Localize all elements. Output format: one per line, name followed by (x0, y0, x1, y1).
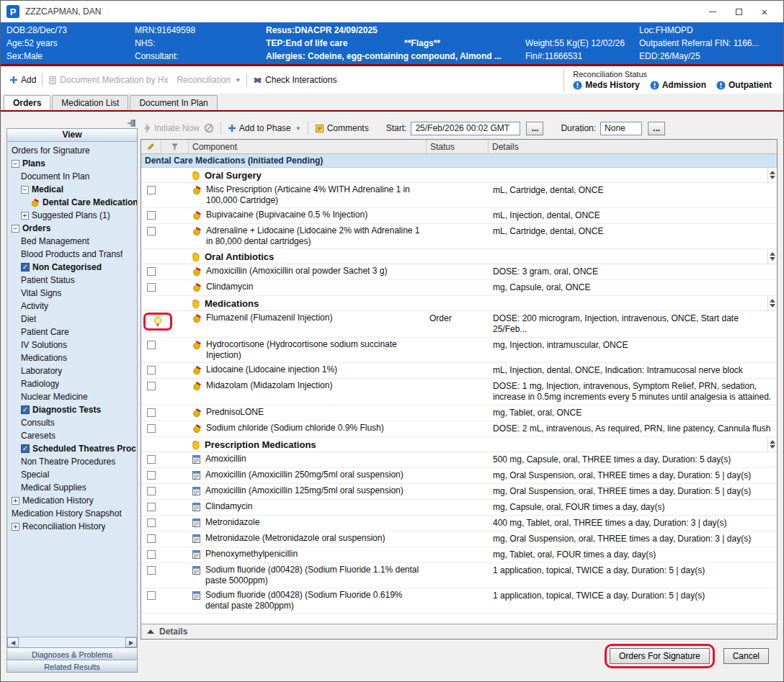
status-column-header[interactable]: Status (427, 140, 489, 153)
orders-for-signature-button[interactable]: Orders For Signature (610, 648, 710, 664)
order-row-clindamycin[interactable]: Clindamycinmg, Capsule, oral, ONCE (141, 280, 777, 296)
details-column-header[interactable]: Details (489, 140, 777, 153)
close-icon[interactable]: × (752, 2, 778, 21)
order-checkbox[interactable] (147, 591, 156, 600)
order-row-lidocaine-lidocaine-injection-1[interactable]: Lidocaine (Lidocaine injection 1%)mL, In… (141, 363, 777, 379)
order-row-bupivacaine-bupivacaine-0-5-injection[interactable]: Bupivacaine (Bupivacaine 0.5 % Injection… (141, 208, 777, 224)
tree-item-radiology[interactable]: Radiology (9, 377, 137, 390)
tree-item-document-in-plan[interactable]: Document In Plan (9, 170, 137, 183)
order-checkbox[interactable] (147, 550, 156, 559)
tree-item-patient-care[interactable]: Patient Care (9, 326, 137, 338)
collapse-icon[interactable]: − (21, 186, 29, 194)
order-checkbox[interactable] (147, 366, 156, 374)
group-scroll-arrows[interactable] (767, 296, 777, 310)
order-row-metronidazole-metronidazole-oral-suspens[interactable]: Metronidazole (Metronidazole oral suspen… (141, 531, 777, 547)
order-row-metronidazole[interactable]: Metronidazole400 mg, Tablet, oral, THREE… (141, 516, 777, 531)
tree-item-bed-management[interactable]: Bed Management (9, 235, 137, 248)
tree-item-special[interactable]: Special (9, 468, 137, 481)
tree-item-patient-status[interactable]: Patient Status (9, 274, 137, 287)
order-row-sodium-chloride-sodium-chloride-0-9-flus[interactable]: Sodium chloride (Sodium chloride 0.9% Fl… (141, 421, 777, 437)
admission-status[interactable]: Admission (650, 80, 706, 90)
order-checkbox[interactable] (147, 283, 156, 292)
order-row-hydrocortisone-hydrocortisone-sodium-suc[interactable]: Hydrocortisone (Hydrocortisone sodium su… (141, 338, 777, 363)
order-row-amoxicillin-amoxicillin-250mg-5ml-oral-s[interactable]: Amoxicillin (Amoxicillin 250mg/5ml oral … (141, 468, 777, 484)
order-action-column-header[interactable] (141, 140, 161, 153)
order-row-misc-prescription-articaine-4-with-adren[interactable]: Misc Prescription (Articaine 4% WITH Adr… (141, 183, 777, 208)
order-row-sodium-fluoride-d00428-sodium-fluoride-1[interactable]: Sodium fluoride (d00428) (Sodium Fluorid… (141, 563, 777, 588)
add-button[interactable]: Add (5, 75, 40, 85)
component-column-header[interactable]: Component (189, 140, 427, 153)
order-checkbox[interactable] (147, 455, 156, 464)
tree-item-non-categorised[interactable]: Non Categorised (9, 261, 137, 274)
order-row-sodium-fluoride-d00428-sodium-fluoride-0[interactable]: Sodium fluoride (d00428) (Sodium Fluorid… (141, 588, 777, 614)
order-row-prednisolone[interactable]: PrednisoLONEmg, Tablet, oral, ONCE (141, 405, 777, 421)
order-checkbox[interactable] (147, 341, 156, 349)
maximize-icon[interactable] (726, 2, 752, 21)
outpatient-status[interactable]: Outpatient (716, 80, 772, 90)
order-checkbox[interactable] (147, 424, 156, 433)
order-row-amoxicillin-amoxicillin-oral-powder-sach[interactable]: Amoxicillin (Amoxicillin oral powder Sac… (141, 264, 777, 280)
scroll-down-icon[interactable] (770, 304, 775, 308)
pin-collapse-icon[interactable] (127, 119, 136, 127)
scroll-up-icon[interactable] (770, 171, 775, 174)
order-checkbox[interactable] (147, 382, 156, 390)
collapse-icon[interactable]: − (12, 160, 19, 168)
collapse-icon[interactable]: − (12, 225, 19, 233)
document-medication-by-hx-button[interactable]: Document Medication by Hx (44, 75, 172, 85)
tree-item-orders-for-signature[interactable]: Orders for Signature (9, 144, 137, 157)
tree-checkbox-checked[interactable] (21, 405, 30, 414)
order-checkbox[interactable] (147, 408, 156, 417)
diagnoses-problems-button[interactable]: Diagnoses & Problems (6, 648, 138, 660)
order-checkbox[interactable] (147, 566, 156, 575)
initiate-now-button[interactable]: Initiate Now (143, 123, 200, 133)
scroll-down-icon[interactable] (770, 257, 775, 261)
tab-document-in-plan[interactable]: Document In Plan (130, 95, 217, 110)
order-row-amoxicillin-amoxicillin-125mg-5ml-oral-s[interactable]: Amoxicillin (Amoxicillin 125mg/5ml oral … (141, 484, 777, 500)
add-to-phase-button[interactable]: Add to Phase ▼ (228, 123, 301, 133)
minimize-icon[interactable] (700, 2, 726, 21)
order-checkbox[interactable] (147, 211, 156, 220)
check-interactions-button[interactable]: Check Interactions (249, 75, 341, 85)
expand-icon[interactable]: + (21, 212, 29, 220)
scroll-down-icon[interactable] (770, 445, 775, 449)
tree-checkbox-checked[interactable] (21, 263, 30, 272)
tree-item-nuclear-medicine[interactable]: Nuclear Medicine (9, 390, 137, 403)
tree-item-suggested-plans-1[interactable]: +Suggested Plans (1) (9, 209, 137, 222)
tree-item-laboratory[interactable]: Laboratory (9, 364, 137, 377)
related-results-button[interactable]: Related Results (6, 660, 138, 673)
order-checkbox[interactable] (147, 534, 156, 543)
group-scroll-arrows[interactable] (767, 437, 777, 452)
duration-ellipsis-button[interactable]: ... (648, 122, 665, 135)
scroll-right-icon[interactable]: ▶ (125, 637, 137, 647)
expand-icon[interactable]: + (12, 497, 19, 505)
start-ellipsis-button[interactable]: ... (526, 122, 543, 135)
tree-item-iv-solutions[interactable]: IV Solutions (9, 338, 137, 351)
order-checkbox[interactable] (147, 186, 156, 194)
tree-item-scheduled-theatres-proc[interactable]: Scheduled Theatres Proc (9, 442, 137, 455)
order-checkbox[interactable] (147, 519, 156, 527)
scroll-up-icon[interactable] (770, 252, 775, 256)
start-datetime-input[interactable]: 25/Feb/2026 00:02 GMT (411, 122, 520, 135)
group-scroll-arrows[interactable] (767, 168, 777, 182)
tree-checkbox-checked[interactable] (21, 444, 30, 453)
tree-item-medications[interactable]: Medications (9, 351, 137, 364)
tree-item-consults[interactable]: Consults (9, 416, 137, 429)
details-collapsed-panel[interactable]: Details (141, 624, 777, 639)
order-checkbox[interactable] (147, 471, 156, 480)
scroll-down-icon[interactable] (770, 176, 775, 179)
meds-history-status[interactable]: Meds History (573, 80, 639, 90)
tree-item-medical-supplies[interactable]: Medical Supplies (9, 481, 137, 494)
duration-input[interactable]: None (600, 122, 642, 135)
tree-item-dental-care-medication[interactable]: Dental Care Medication (9, 196, 137, 209)
scroll-up-icon[interactable] (770, 299, 775, 302)
order-checkbox[interactable] (147, 267, 156, 276)
tree-item-non-theatre-procedures[interactable]: Non Theatre Procedures (9, 455, 137, 468)
scroll-up-icon[interactable] (770, 440, 775, 444)
tree-item-vital-signs[interactable]: Vital Signs (9, 287, 137, 300)
tree-item-plans[interactable]: −Plans (9, 157, 137, 170)
tree-item-medication-history[interactable]: +Medication History (9, 494, 137, 507)
tree-item-orders[interactable]: −Orders (9, 222, 137, 235)
order-checkbox[interactable] (147, 503, 156, 511)
order-row-amoxicillin[interactable]: Amoxicillin500 mg, Capsule, oral, THREE … (141, 452, 777, 468)
expand-icon[interactable]: + (12, 523, 19, 531)
